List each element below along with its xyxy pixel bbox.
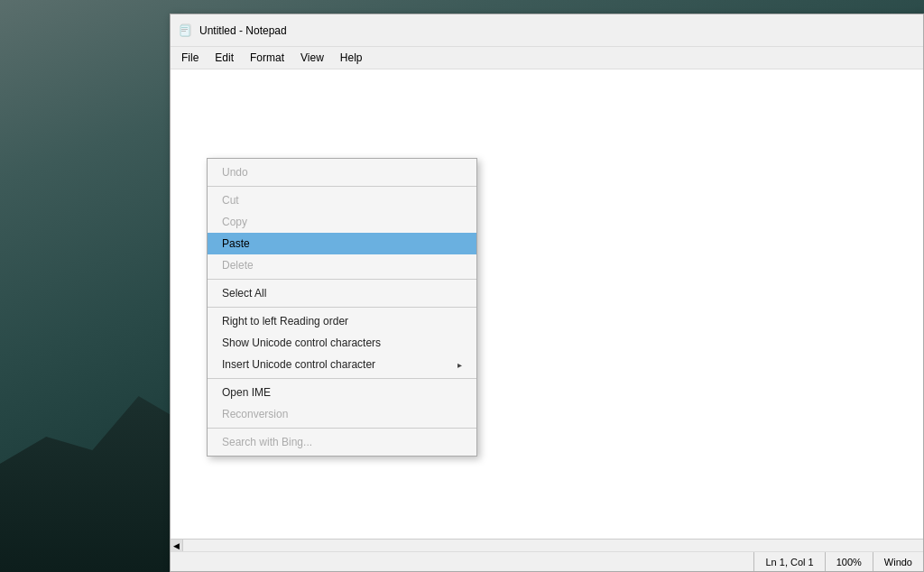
submenu-arrow-icon: ▸ — [457, 360, 462, 370]
menu-view[interactable]: View — [293, 49, 331, 67]
status-windows: Windo — [873, 552, 923, 571]
ctx-separator-3 — [208, 307, 476, 308]
menu-help[interactable]: Help — [333, 49, 370, 67]
ctx-delete[interactable]: Delete — [208, 254, 476, 276]
ctx-cut[interactable]: Cut — [208, 189, 476, 211]
menu-bar: File Edit Format View Help — [171, 47, 923, 69]
menu-file[interactable]: File — [174, 49, 206, 67]
ctx-select-all[interactable]: Select All — [208, 282, 476, 304]
ctx-undo[interactable]: Undo — [208, 161, 476, 183]
svg-rect-7 — [181, 31, 186, 32]
notepad-icon — [180, 23, 194, 38]
scroll-left-button[interactable]: ◀ — [171, 540, 183, 552]
context-menu: Undo Cut Copy Paste Delete Select All Ri… — [207, 158, 477, 457]
menu-edit[interactable]: Edit — [208, 49, 241, 67]
ctx-show-unicode[interactable]: Show Unicode control characters — [208, 332, 476, 354]
title-bar: Untitled - Notepad — [171, 14, 923, 47]
ctx-insert-unicode[interactable]: Insert Unicode control character ▸ — [208, 354, 476, 375]
ctx-rtl-reading[interactable]: Right to left Reading order — [208, 310, 476, 332]
ctx-paste[interactable]: Paste — [208, 233, 476, 254]
ctx-copy[interactable]: Copy — [208, 211, 476, 233]
ctx-reconversion[interactable]: Reconversion — [208, 403, 476, 425]
ctx-separator-5 — [208, 428, 476, 429]
svg-rect-5 — [181, 27, 188, 28]
ctx-separator-4 — [208, 378, 476, 379]
status-bar: Ln 1, Col 1 100% Windo — [171, 551, 923, 571]
status-zoom: 100% — [825, 552, 873, 571]
scrollbar-horizontal[interactable]: ◀ — [171, 539, 923, 551]
ctx-open-ime[interactable]: Open IME — [208, 382, 476, 403]
status-position: Ln 1, Col 1 — [753, 552, 824, 571]
svg-rect-6 — [181, 29, 188, 30]
menu-format[interactable]: Format — [243, 49, 291, 67]
ctx-search-bing[interactable]: Search with Bing... — [208, 431, 476, 453]
window-title: Untitled - Notepad — [199, 24, 914, 37]
editor-area[interactable]: Undo Cut Copy Paste Delete Select All Ri… — [171, 69, 923, 551]
ctx-separator-1 — [208, 186, 476, 187]
notepad-window: Untitled - Notepad File Edit Format View… — [170, 14, 924, 572]
ctx-separator-2 — [208, 279, 476, 280]
